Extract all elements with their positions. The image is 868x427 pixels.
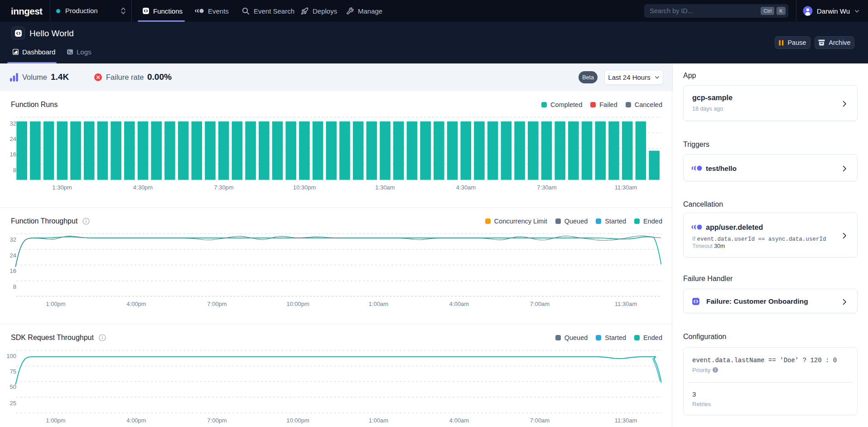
svg-text:10:00pm: 10:00pm: [286, 417, 309, 424]
svg-text:11:30am: 11:30am: [615, 417, 637, 424]
svg-text:1:30pm: 1:30pm: [52, 184, 72, 191]
svg-text:11:30am: 11:30am: [615, 301, 637, 307]
svg-text:7:30am: 7:30am: [537, 184, 556, 191]
svg-text:4:30pm: 4:30pm: [133, 184, 153, 191]
svg-text:75: 75: [10, 368, 16, 375]
svg-text:10:00pm: 10:00pm: [286, 301, 309, 307]
svg-text:24: 24: [10, 252, 16, 259]
svg-text:8: 8: [13, 167, 16, 174]
svg-text:7:00am: 7:00am: [530, 301, 550, 307]
svg-text:7:00pm: 7:00pm: [207, 417, 227, 424]
svg-text:25: 25: [10, 400, 16, 407]
svg-text:16: 16: [10, 151, 16, 158]
svg-text:16: 16: [10, 267, 16, 274]
svg-text:24: 24: [10, 136, 16, 142]
svg-text:1:30am: 1:30am: [375, 184, 395, 191]
svg-text:100: 100: [6, 353, 16, 359]
svg-text:50: 50: [10, 383, 16, 390]
svg-text:32: 32: [10, 120, 16, 127]
svg-text:11:30am: 11:30am: [615, 184, 637, 191]
svg-text:4:30am: 4:30am: [456, 184, 476, 191]
svg-text:7:30pm: 7:30pm: [214, 184, 233, 191]
svg-text:1:00pm: 1:00pm: [46, 301, 65, 307]
svg-text:4:00pm: 4:00pm: [126, 417, 146, 424]
svg-text:1:00am: 1:00am: [369, 301, 388, 307]
svg-text:4:00pm: 4:00pm: [126, 301, 146, 307]
svg-text:4:00am: 4:00am: [449, 417, 469, 424]
svg-text:7:00pm: 7:00pm: [207, 301, 227, 307]
svg-text:10:30pm: 10:30pm: [293, 184, 316, 191]
svg-text:1:00pm: 1:00pm: [46, 417, 65, 424]
svg-text:4:00am: 4:00am: [449, 301, 469, 307]
svg-text:7:00am: 7:00am: [530, 417, 550, 424]
svg-text:8: 8: [13, 283, 16, 290]
svg-text:32: 32: [10, 236, 16, 243]
svg-text:1:00am: 1:00am: [369, 417, 388, 424]
